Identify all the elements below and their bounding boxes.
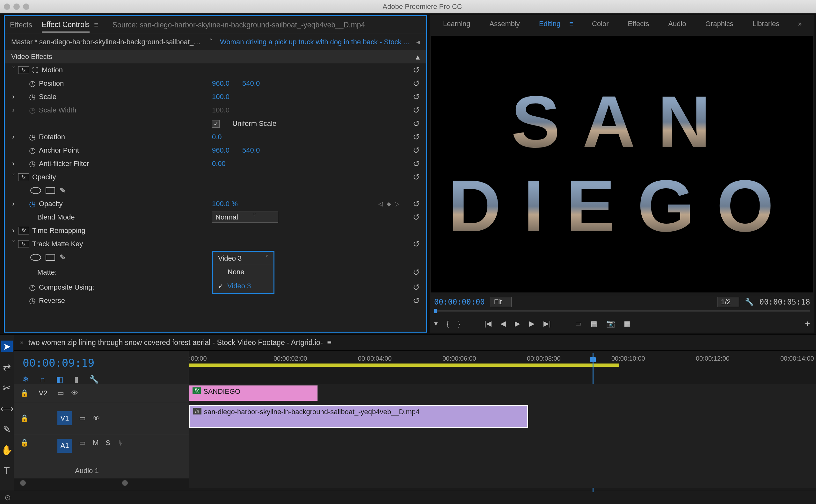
twirl-down-icon[interactable]: ˅ xyxy=(11,173,16,181)
stopwatch-icon[interactable]: ◷ xyxy=(29,79,36,88)
matte-option-none[interactable]: None xyxy=(213,265,273,279)
razor-tool-icon[interactable]: ⟷ xyxy=(0,403,14,414)
stopwatch-icon[interactable]: ◷ xyxy=(29,92,36,101)
rotation-value[interactable]: 0.0 xyxy=(212,133,235,141)
reset-icon[interactable]: ↺ xyxy=(413,172,420,182)
sequence-tab[interactable]: × two women zip lining through snow cove… xyxy=(14,335,816,351)
track-v1-header[interactable]: 🔒 V1 ▭ 👁 xyxy=(14,402,189,434)
reset-icon[interactable]: ↺ xyxy=(413,239,420,249)
stopwatch-icon[interactable]: ◷ xyxy=(29,283,36,292)
fx-badge-icon[interactable]: fx xyxy=(18,240,29,248)
track-a1-header[interactable]: 🔒 A1 ▭ M S 🎙 Audio 1 0. ◁ ◆ ▷ xyxy=(14,434,189,479)
traffic-light-min[interactable] xyxy=(13,4,20,10)
panel-menu-icon[interactable]: ≡ xyxy=(569,20,574,28)
mic-icon[interactable]: 🎙 xyxy=(117,439,124,447)
timeline-ruler-area[interactable]: :00:0000:00:02:0000:00:04:0000:00:06:000… xyxy=(189,351,816,384)
overflow-icon[interactable]: » xyxy=(798,20,802,28)
creative-cloud-icon[interactable]: ⊙ xyxy=(4,493,11,502)
stopwatch-icon[interactable]: ◷ xyxy=(29,133,36,141)
slider-handle-icon[interactable] xyxy=(20,480,26,486)
eye-icon[interactable]: 👁 xyxy=(93,414,100,422)
reset-icon[interactable]: ↺ xyxy=(413,92,420,102)
keyframe-nav[interactable]: ◁◆▷ xyxy=(378,200,399,207)
track-select-tool-icon[interactable]: ⇄ xyxy=(3,362,11,373)
rect-mask-icon[interactable] xyxy=(46,254,55,261)
program-scrubber[interactable] xyxy=(430,308,815,315)
reset-icon[interactable]: ↺ xyxy=(413,146,420,155)
step-back-icon[interactable]: ◀ xyxy=(501,320,506,328)
uniform-scale-field[interactable]: ✓Uniform Scale xyxy=(212,119,289,128)
timeline-toggle-icon[interactable]: ◂ xyxy=(416,38,420,46)
playhead-icon[interactable] xyxy=(434,309,437,313)
track-v2-header[interactable]: 🔒 V2 ▭ 👁 xyxy=(14,384,189,402)
hand-tool-icon[interactable]: ✋ xyxy=(1,444,13,456)
pen-mask-icon[interactable]: ✎ xyxy=(60,253,66,262)
stopwatch-icon[interactable]: ◷ xyxy=(29,146,36,155)
chevron-down-icon[interactable]: ˅ xyxy=(209,38,213,46)
scale-value[interactable]: 100.0 xyxy=(212,93,242,101)
reset-icon[interactable]: ↺ xyxy=(413,119,420,129)
fx-motion-row[interactable]: ˅ fx ⛶ Motion ↺ xyxy=(5,63,426,77)
track-height-slider[interactable] xyxy=(14,479,189,488)
selection-tool-icon[interactable]: ➤ xyxy=(1,341,13,352)
panel-menu-icon[interactable]: ≡ xyxy=(94,21,98,29)
marker-icon[interactable]: ▮ xyxy=(74,375,78,384)
reset-icon[interactable]: ↺ xyxy=(413,132,420,142)
fx-track-matte-row[interactable]: ˅ fx Track Matte Key ↺ xyxy=(5,237,426,251)
sync-lock-icon[interactable]: ▭ xyxy=(79,439,86,447)
twirl-down-icon[interactable]: ˅ xyxy=(11,240,16,248)
antiflicker-value[interactable]: 0.00 xyxy=(212,160,238,168)
clip-video-selected[interactable]: fxsan-diego-harbor-skyline-in-background… xyxy=(189,405,528,428)
opacity-value[interactable]: 100.0 % xyxy=(212,200,250,208)
ws-effects[interactable]: Effects xyxy=(627,18,650,30)
lock-icon[interactable]: 🔒 xyxy=(20,389,29,397)
goto-in-icon[interactable]: |◀ xyxy=(485,320,492,328)
eye-icon[interactable]: 👁 xyxy=(71,389,78,397)
collapse-icon[interactable]: ▴ xyxy=(416,52,420,62)
sequence-link[interactable]: Woman driving a pick up truck with dog i… xyxy=(220,38,409,46)
lock-icon[interactable]: 🔒 xyxy=(20,414,29,422)
blend-dropdown[interactable]: Normal ˅ xyxy=(212,213,291,221)
time-ruler[interactable]: :00:0000:00:02:0000:00:04:0000:00:06:000… xyxy=(189,351,816,364)
step-fwd-icon[interactable]: ▶ xyxy=(529,320,535,328)
play-button[interactable]: ▶ xyxy=(515,320,520,328)
timeline-clips-area[interactable]: fxSANDIEGO fxsan-diego-harbor-skyline-in… xyxy=(189,384,816,488)
position-values[interactable]: 960.0540.0 xyxy=(212,79,272,88)
ws-editing[interactable]: Editing xyxy=(538,18,561,30)
ellipse-mask-icon[interactable] xyxy=(30,187,41,194)
close-tab-icon[interactable]: × xyxy=(20,339,24,346)
source-monitor-tab[interactable]: Source: san-diego-harbor-skyline-in-back… xyxy=(108,21,365,29)
work-area-bar[interactable] xyxy=(189,364,619,367)
settings-icon[interactable]: 🔧 xyxy=(89,375,99,384)
linked-selection-icon[interactable]: ∩ xyxy=(40,375,45,384)
mute-icon[interactable]: M xyxy=(93,439,98,447)
master-clip-label[interactable]: Master * san-diego-harbor-skyline-in-bac… xyxy=(11,38,202,46)
anchor-values[interactable]: 960.0540.0 xyxy=(212,146,272,155)
add-button-icon[interactable]: + xyxy=(805,319,810,329)
twirl-right-icon[interactable]: › xyxy=(11,93,16,101)
solo-icon[interactable]: S xyxy=(105,439,110,447)
program-preview[interactable]: SAN DIEGO xyxy=(431,36,813,292)
settings-icon[interactable]: 🔧 xyxy=(745,298,754,306)
tab-effects[interactable]: Effects xyxy=(10,18,32,32)
ws-audio[interactable]: Audio xyxy=(668,18,687,30)
time-remapping-row[interactable]: › fx Time Remapping xyxy=(5,224,426,237)
ws-graphics[interactable]: Graphics xyxy=(705,18,734,30)
timeline-timecode[interactable]: 00:00:09:19 xyxy=(14,351,189,369)
fx-opacity-row[interactable]: ˅ fx Opacity ↺ xyxy=(5,170,426,184)
ellipse-mask-icon[interactable] xyxy=(30,254,41,261)
lift-icon[interactable]: ▭ xyxy=(575,320,582,328)
stopwatch-icon[interactable]: ◷ xyxy=(29,159,36,168)
reset-icon[interactable]: ↺ xyxy=(413,159,420,169)
rect-mask-icon[interactable] xyxy=(46,187,55,194)
ws-assembly[interactable]: Assembly xyxy=(489,18,521,30)
lock-icon[interactable]: 🔒 xyxy=(20,439,29,447)
goto-out-icon[interactable]: ▶| xyxy=(544,320,551,328)
matte-option-video3[interactable]: ✓Video 3 xyxy=(213,279,273,293)
traffic-light-close[interactable] xyxy=(4,4,10,10)
extract-icon[interactable]: ▤ xyxy=(591,320,597,328)
current-timecode[interactable]: 00:00:00:00 xyxy=(434,298,485,306)
tab-effect-controls[interactable]: Effect Controls xyxy=(42,18,90,32)
add-marker-icon[interactable]: ◧ xyxy=(56,375,63,384)
mark-out-icon[interactable]: { xyxy=(447,320,449,328)
